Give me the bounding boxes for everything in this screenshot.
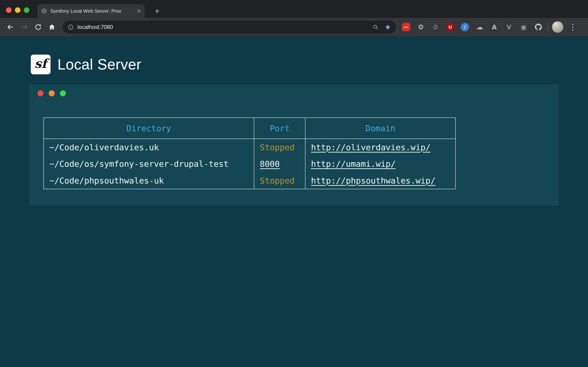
forward-button[interactable] [17, 20, 31, 34]
directory-cell: ~/Code/phpsouthwales-uk [44, 172, 254, 189]
cloud-icon: ☁ [476, 24, 483, 31]
gear-dark-extension-button[interactable]: ⚙ [430, 22, 441, 33]
home-icon [48, 23, 56, 31]
toolbar-separator [548, 23, 548, 31]
table-row: ~/Code/phpsouthwales-uk Stopped http://p… [44, 172, 456, 189]
table-row: ~/Code/os/symfony-server-drupal-test 800… [44, 156, 456, 172]
profile-avatar[interactable] [552, 21, 564, 33]
tab-close-button[interactable]: × [137, 8, 141, 14]
table-row: ~/Code/oliverdavies.uk Stopped http://ol… [44, 139, 456, 156]
domain-link[interactable]: http://phpsouthwales.wip/ [311, 176, 435, 185]
table-header-row: Directory Port Domain [44, 118, 456, 139]
server-card: Directory Port Domain ~/Code/oliverdavie… [29, 84, 559, 206]
bookmark-star-button[interactable]: ★ [385, 24, 391, 31]
card-dot-green-icon [60, 90, 66, 96]
reload-button[interactable] [31, 20, 45, 34]
card-window-dots [37, 90, 559, 96]
gear-icon: ⚙ [418, 24, 424, 31]
back-button[interactable] [4, 20, 17, 34]
back-arrow-icon [7, 23, 15, 31]
ublock-extension-button[interactable]: U [445, 22, 456, 33]
browser-toolbar: localhost:7080 ★ ••• ⚙ ⚙ U / ☁ A [0, 18, 588, 36]
grid-extension-button[interactable]: ▣ [518, 22, 529, 33]
symfony-logo-icon: sf [31, 55, 51, 74]
port-cell: Stopped [254, 172, 305, 189]
reload-icon [35, 23, 42, 31]
globe-favicon-icon [41, 8, 47, 14]
tab-strip: Symfony Local Web Server: Prox × + [0, 0, 588, 18]
directory-cell: ~/Code/os/symfony-server-drupal-test [44, 156, 254, 172]
domain-link[interactable]: http://umami.wip/ [311, 159, 396, 169]
letter-a-icon: A [492, 24, 497, 30]
address-url-text[interactable]: localhost:7080 [78, 24, 113, 30]
zoom-window-button[interactable] [24, 7, 29, 13]
status-stopped: Stopped [260, 176, 295, 185]
port-cell: Stopped [254, 139, 305, 156]
page-background: sf Local Server Directory Port Domain ~/… [0, 36, 588, 367]
grid-icon: ▣ [521, 24, 527, 30]
browser-menu-button[interactable]: ⋮ [567, 21, 579, 33]
red-dots-icon: ••• [402, 23, 410, 31]
table-header-port: Port [254, 118, 305, 139]
close-window-button[interactable] [6, 7, 11, 13]
port-link[interactable]: 8000 [260, 159, 280, 169]
browser-tab[interactable]: Symfony Local Web Server: Prox × [37, 4, 145, 18]
github-extension-button[interactable] [533, 22, 544, 33]
card-dot-orange-icon [49, 90, 55, 96]
table-header-directory: Directory [44, 118, 254, 139]
new-tab-button[interactable]: + [151, 5, 163, 17]
zoom-indicator-icon[interactable] [372, 24, 379, 30]
domain-cell: http://oliverdavies.wip/ [305, 139, 456, 156]
table-header-domain: Domain [305, 118, 456, 139]
gear-dark-icon: ⚙ [432, 24, 439, 31]
page-title: Local Server [57, 56, 141, 73]
domain-cell: http://umami.wip/ [305, 156, 456, 172]
status-stopped: Stopped [260, 143, 295, 152]
tab-title: Symfony Local Web Server: Prox [50, 8, 136, 14]
page-info-icon[interactable] [68, 24, 74, 30]
ublock-icon: U [446, 23, 454, 31]
extensions-bar: ••• ⚙ ⚙ U / ☁ A V ▣ [401, 22, 544, 33]
domain-link[interactable]: http://oliverdavies.wip/ [311, 143, 431, 152]
minimize-window-button[interactable] [15, 7, 20, 13]
window-controls [6, 7, 29, 13]
card-dot-red-icon [37, 90, 43, 96]
address-bar[interactable]: localhost:7080 ★ [62, 21, 396, 33]
server-table: Directory Port Domain ~/Code/oliverdavie… [43, 117, 456, 189]
letter-v-icon: V [507, 24, 511, 30]
red-dots-extension-button[interactable]: ••• [401, 22, 412, 33]
blue-circle-icon: / [461, 23, 469, 31]
blue-circle-extension-button[interactable]: / [459, 22, 470, 33]
port-cell: 8000 [254, 156, 305, 172]
brand-header: sf Local Server [31, 55, 588, 74]
domain-cell: http://phpsouthwales.wip/ [305, 172, 456, 189]
letter-v-extension-button[interactable]: V [503, 22, 515, 33]
github-octocat-icon [535, 24, 542, 31]
cloud-extension-button[interactable]: ☁ [474, 22, 485, 33]
directory-cell: ~/Code/oliverdavies.uk [44, 139, 254, 156]
gear-light-extension-button[interactable]: ⚙ [415, 22, 426, 33]
home-button[interactable] [45, 20, 59, 34]
letter-a-extension-button[interactable]: A [489, 22, 500, 33]
forward-arrow-icon [20, 23, 28, 31]
